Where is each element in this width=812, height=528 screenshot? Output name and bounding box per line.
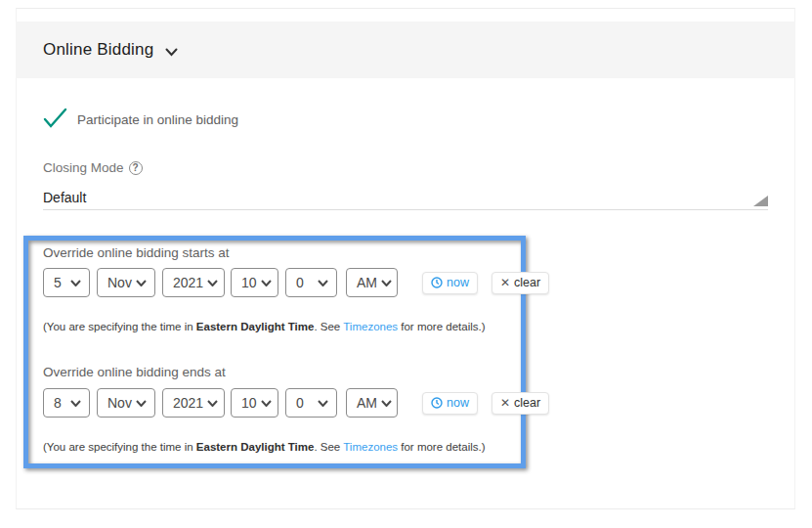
clock-icon — [431, 277, 443, 288]
override-end-row: 8 Nov 2021 10 0 AM now ✕ clear — [43, 388, 549, 418]
chevron-down-icon — [207, 280, 218, 286]
section-header-online-bidding[interactable]: Online Bidding — [16, 22, 795, 78]
check-icon — [43, 108, 67, 132]
close-icon: ✕ — [500, 396, 510, 410]
participate-label: Participate in online bidding — [77, 112, 238, 127]
chevron-down-icon — [318, 280, 328, 286]
participate-checkbox[interactable]: Participate in online bidding — [43, 108, 238, 132]
page-title: Online Bidding — [43, 40, 153, 60]
chevron-down-icon — [136, 280, 147, 286]
start-clear-button[interactable]: ✕ clear — [491, 272, 549, 294]
end-year-select[interactable]: 2021 — [162, 388, 225, 418]
start-month-select[interactable]: Nov — [97, 268, 155, 297]
start-minute-select[interactable]: 0 — [285, 268, 337, 297]
chevron-down-icon — [70, 400, 81, 407]
end-hour-select[interactable]: 10 — [231, 388, 278, 418]
end-clear-button[interactable]: ✕ clear — [491, 392, 549, 415]
start-day-select[interactable]: 5 — [43, 268, 90, 297]
override-start-label: Override online bidding starts at — [43, 245, 230, 260]
chevron-down-icon — [261, 400, 272, 407]
chevron-down-icon — [261, 280, 272, 286]
start-now-button[interactable]: now — [422, 272, 478, 294]
timezones-link[interactable]: Timezones — [343, 321, 398, 332]
close-icon: ✕ — [500, 276, 510, 289]
chevron-down-icon — [318, 400, 328, 407]
chevron-down-icon — [207, 400, 218, 407]
chevron-down-icon — [136, 400, 147, 407]
start-meridiem-select[interactable]: AM — [346, 268, 398, 297]
chevron-down-icon — [381, 400, 392, 407]
closing-mode-label: Closing Mode ? — [43, 160, 143, 175]
end-timezone-note: (You are specifying the time in Eastern … — [43, 441, 486, 453]
start-hour-select[interactable]: 10 — [231, 268, 278, 297]
help-icon[interactable]: ? — [129, 161, 143, 175]
end-meridiem-select[interactable]: AM — [346, 388, 398, 418]
override-end-label: Override online bidding ends at — [43, 365, 226, 379]
chevron-down-icon — [70, 280, 81, 286]
closing-mode-value: Default — [43, 190, 86, 205]
timezones-link[interactable]: Timezones — [343, 441, 398, 453]
end-now-button[interactable]: now — [422, 392, 478, 415]
dropdown-corner-icon — [753, 196, 768, 206]
end-month-select[interactable]: Nov — [97, 388, 155, 418]
clock-icon — [431, 397, 443, 409]
closing-mode-select[interactable]: Default — [43, 190, 768, 210]
end-day-select[interactable]: 8 — [43, 388, 90, 418]
end-minute-select[interactable]: 0 — [285, 388, 337, 418]
chevron-down-icon — [381, 280, 392, 286]
start-timezone-note: (You are specifying the time in Eastern … — [43, 321, 486, 332]
chevron-down-icon — [165, 48, 178, 57]
start-year-select[interactable]: 2021 — [162, 268, 225, 297]
override-start-row: 5 Nov 2021 10 0 AM now ✕ clear — [43, 268, 549, 297]
